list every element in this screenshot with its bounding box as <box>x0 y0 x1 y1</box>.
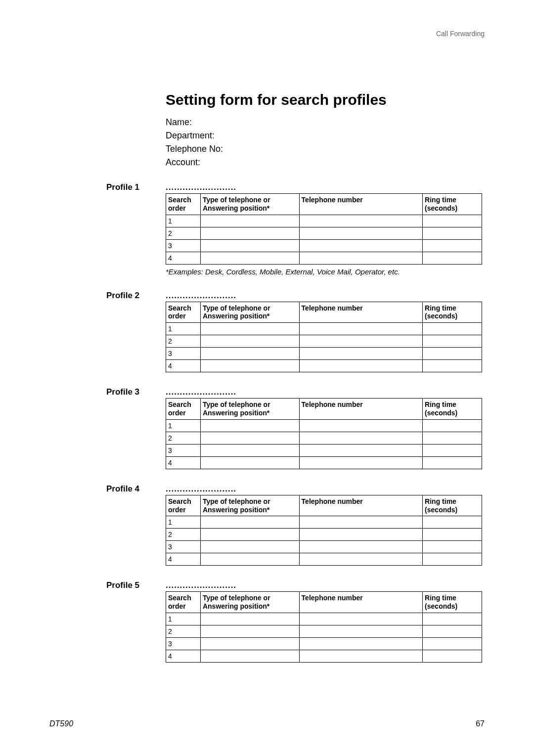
col-type: Type of telephone or Answering position* <box>200 592 299 613</box>
cell-empty <box>200 637 299 650</box>
table-row: 1 <box>166 419 482 432</box>
main-content: Setting form for search profiles Name: D… <box>0 0 534 663</box>
dotted-placeholder: ......................... <box>166 580 485 590</box>
cell-empty <box>299 529 423 541</box>
cell-empty <box>200 252 299 264</box>
cell-empty <box>423 456 482 469</box>
profile-section: Profile 1.........................Search… <box>106 182 485 276</box>
cell-empty <box>299 335 423 348</box>
col-tel-number: Telephone number <box>299 399 423 420</box>
footnote: *Examples: Desk, Cordless, Mobile, Exter… <box>166 267 485 276</box>
cell-order: 2 <box>166 625 201 637</box>
dotted-placeholder: ......................... <box>166 182 485 192</box>
table-row: 3 <box>166 637 482 650</box>
cell-empty <box>200 625 299 637</box>
cell-empty <box>299 215 423 227</box>
cell-order: 3 <box>166 637 201 650</box>
dotted-placeholder: ......................... <box>166 387 485 397</box>
cell-empty <box>200 456 299 469</box>
cell-empty <box>299 613 423 625</box>
cell-empty <box>423 360 482 372</box>
profile-table: Search orderType of telephone or Answeri… <box>166 302 482 373</box>
field-telephone: Telephone No: <box>166 144 485 154</box>
cell-order: 2 <box>166 432 201 444</box>
cell-empty <box>200 444 299 456</box>
table-row: 3 <box>166 444 482 456</box>
cell-order: 4 <box>166 650 201 662</box>
col-ring-time: Ring time (seconds) <box>423 194 482 215</box>
cell-empty <box>299 625 423 637</box>
cell-order: 1 <box>166 613 201 625</box>
cell-empty <box>423 516 482 529</box>
field-department: Department: <box>166 131 485 141</box>
col-ring-time: Ring time (seconds) <box>423 495 482 516</box>
profile-section: Profile 3.........................Search… <box>106 387 485 469</box>
cell-empty <box>299 239 423 252</box>
cell-empty <box>200 650 299 662</box>
cell-empty <box>423 348 482 360</box>
cell-empty <box>299 444 423 456</box>
cell-empty <box>200 613 299 625</box>
table-row: 4 <box>166 650 482 662</box>
table-row: 2 <box>166 335 482 348</box>
profile-section: Profile 2.........................Search… <box>106 291 485 373</box>
col-type: Type of telephone or Answering position* <box>200 194 299 215</box>
cell-empty <box>299 227 423 239</box>
cell-empty <box>299 419 423 432</box>
profile-table: Search orderType of telephone or Answeri… <box>166 495 482 566</box>
profile-label: Profile 5 <box>106 580 139 590</box>
cell-empty <box>423 637 482 650</box>
cell-empty <box>299 516 423 529</box>
cell-empty <box>423 215 482 227</box>
dotted-placeholder: ......................... <box>166 291 485 301</box>
cell-empty <box>299 432 423 444</box>
cell-order: 4 <box>166 553 201 566</box>
col-search-order: Search order <box>166 495 201 516</box>
cell-empty <box>299 637 423 650</box>
table-row: 1 <box>166 613 482 625</box>
cell-order: 1 <box>166 516 201 529</box>
table-row: 4 <box>166 553 482 566</box>
cell-empty <box>423 650 482 662</box>
table-row: 4 <box>166 456 482 469</box>
cell-empty <box>299 323 423 335</box>
footer-page-number: 67 <box>476 719 485 728</box>
cell-empty <box>299 553 423 566</box>
cell-empty <box>200 227 299 239</box>
cell-empty <box>200 239 299 252</box>
profile-section: Profile 5.........................Search… <box>106 580 485 663</box>
col-ring-time: Ring time (seconds) <box>423 399 482 420</box>
cell-order: 4 <box>166 360 201 372</box>
footer-model: DT590 <box>49 719 73 728</box>
col-type: Type of telephone or Answering position* <box>200 302 299 323</box>
cell-order: 3 <box>166 541 201 553</box>
col-type: Type of telephone or Answering position* <box>200 495 299 516</box>
cell-empty <box>299 252 423 264</box>
cell-order: 1 <box>166 215 201 227</box>
profile-label: Profile 2 <box>106 291 139 301</box>
page-title: Setting form for search profiles <box>166 91 485 108</box>
cell-empty <box>423 323 482 335</box>
table-row: 3 <box>166 541 482 553</box>
header-section: Call Forwarding <box>436 30 485 38</box>
profile-label: Profile 4 <box>106 484 139 494</box>
table-row: 4 <box>166 252 482 264</box>
field-account: Account: <box>166 157 485 168</box>
cell-empty <box>200 215 299 227</box>
table-row: 3 <box>166 239 482 252</box>
cell-empty <box>200 360 299 372</box>
table-row: 2 <box>166 625 482 637</box>
cell-order: 3 <box>166 444 201 456</box>
table-row: 1 <box>166 323 482 335</box>
cell-empty <box>200 529 299 541</box>
col-tel-number: Telephone number <box>299 302 423 323</box>
table-row: 4 <box>166 360 482 372</box>
cell-empty <box>200 432 299 444</box>
cell-empty <box>423 541 482 553</box>
dotted-placeholder: ......................... <box>166 484 485 494</box>
cell-order: 4 <box>166 456 201 469</box>
cell-empty <box>423 239 482 252</box>
table-row: 1 <box>166 516 482 529</box>
table-row: 2 <box>166 529 482 541</box>
cell-empty <box>299 456 423 469</box>
